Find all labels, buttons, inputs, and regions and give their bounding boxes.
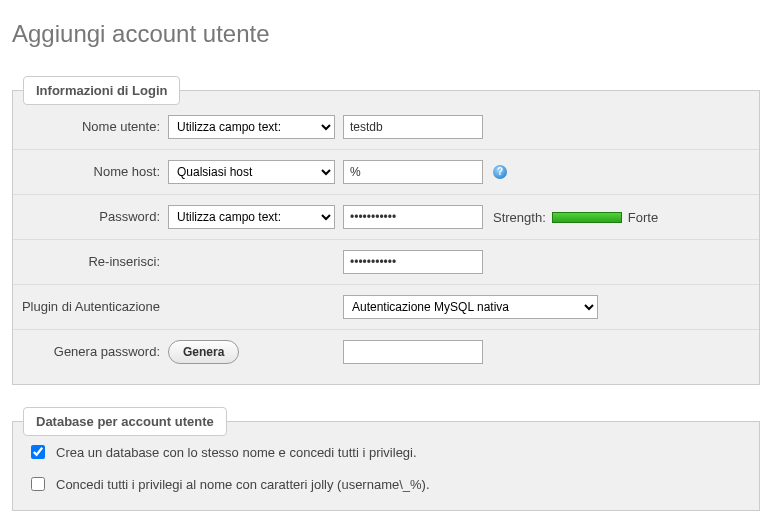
db-option-1: Crea un database con lo stesso nome e co…	[13, 436, 759, 468]
password-mode-select[interactable]: Utilizza campo text:	[168, 205, 335, 229]
password-input[interactable]	[343, 205, 483, 229]
database-legend: Database per account utente	[23, 407, 227, 436]
row-auth-plugin: Plugin di Autenticazione Autenticazione …	[13, 285, 759, 330]
db-option-2-checkbox[interactable]	[31, 477, 45, 491]
username-label: Nome utente:	[13, 119, 168, 136]
row-retype: Re-inserisci:	[13, 240, 759, 285]
username-input[interactable]	[343, 115, 483, 139]
db-option-1-checkbox[interactable]	[31, 445, 45, 459]
auth-plugin-label: Plugin di Autenticazione	[13, 299, 168, 316]
retype-label: Re-inserisci:	[13, 254, 168, 271]
row-host: Nome host: Qualsiasi host ?	[13, 150, 759, 195]
login-info-fieldset: Informazioni di Login Nome utente: Utili…	[12, 76, 760, 385]
host-label: Nome host:	[13, 164, 168, 181]
auth-plugin-select[interactable]: Autenticazione MySQL nativa	[343, 295, 598, 319]
generate-button[interactable]: Genera	[168, 340, 239, 364]
login-info-legend: Informazioni di Login	[23, 76, 180, 105]
retype-input[interactable]	[343, 250, 483, 274]
host-input[interactable]	[343, 160, 483, 184]
strength-bar	[552, 212, 622, 223]
db-option-2-label: Concedi tutti i privilegi al nome con ca…	[56, 477, 430, 492]
strength-text: Forte	[628, 210, 658, 225]
db-option-2: Concedi tutti i privilegi al nome con ca…	[13, 468, 759, 500]
host-mode-select[interactable]: Qualsiasi host	[168, 160, 335, 184]
row-password: Password: Utilizza campo text: Strength:…	[13, 195, 759, 240]
generate-output-input[interactable]	[343, 340, 483, 364]
database-fieldset: Database per account utente Crea un data…	[12, 407, 760, 511]
db-option-1-label: Crea un database con lo stesso nome e co…	[56, 445, 417, 460]
password-label: Password:	[13, 209, 168, 226]
strength-label: Strength:	[493, 210, 546, 225]
help-icon[interactable]: ?	[493, 165, 507, 179]
page-title: Aggiungi account utente	[12, 20, 760, 48]
generate-label: Genera password:	[13, 344, 168, 361]
row-username: Nome utente: Utilizza campo text:	[13, 105, 759, 150]
row-generate: Genera password: Genera	[13, 330, 759, 374]
username-mode-select[interactable]: Utilizza campo text:	[168, 115, 335, 139]
